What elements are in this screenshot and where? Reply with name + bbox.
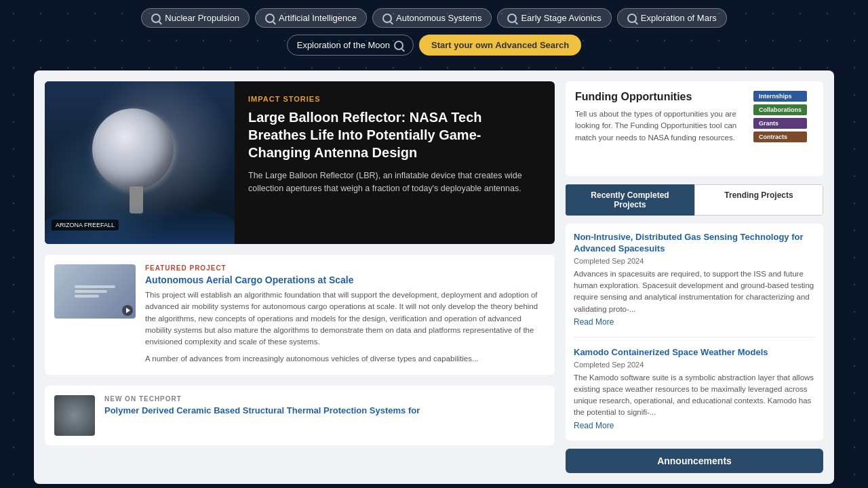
contracts-sign: Contracts xyxy=(753,131,807,142)
search-icon xyxy=(507,14,517,23)
search-icon xyxy=(151,14,161,23)
project-item-title-0[interactable]: Non-Intrusive, Distributed Gas Sensing T… xyxy=(574,232,815,255)
logo-badge: ARIZONA FREEFALL xyxy=(52,220,119,230)
search-icon xyxy=(627,14,637,23)
tab-trending-projects[interactable]: Trending Projects xyxy=(694,184,823,216)
search-icon xyxy=(265,14,275,23)
project-item-date-0: Completed Sep 2024 xyxy=(574,257,815,265)
nav-row-2: Exploration of the Moon Start your own A… xyxy=(287,35,582,56)
funding-text-area: Funding Opportunities Tell us about the … xyxy=(575,91,739,144)
doc-illustration xyxy=(75,283,115,300)
hero-title: Large Balloon Reflector: NASA Tech Breat… xyxy=(248,108,541,161)
featured-project-card: FEATURED PROJECT Autonomous Aerial Cargo… xyxy=(45,255,555,375)
search-icon xyxy=(382,14,392,23)
project-item-1: Kamodo Containerized Space Weather Model… xyxy=(574,347,815,441)
balloon-illustration xyxy=(92,108,174,190)
funding-signs-illustration: Internships Collaborations Grants Contra… xyxy=(746,91,814,145)
nav-artificial-intelligence[interactable]: Artificial Intelligence xyxy=(255,8,367,28)
featured-project-description: This project will establish an algorithm… xyxy=(145,289,545,348)
new-tag: NEW ON TECHPORT xyxy=(104,395,545,403)
project-list: Non-Intrusive, Distributed Gas Sensing T… xyxy=(566,224,823,441)
project-tabs: Recently Completed Projects Trending Pro… xyxy=(566,184,823,216)
featured-project-content: FEATURED PROJECT Autonomous Aerial Cargo… xyxy=(145,264,545,365)
funding-description: Tell us about the types of opportunities… xyxy=(575,108,739,144)
new-project-title[interactable]: Polymer Derived Ceramic Based Structural… xyxy=(104,405,545,415)
hero-description: The Large Balloon Reflector (LBR), an in… xyxy=(248,169,541,195)
doc-line-1 xyxy=(75,285,115,288)
left-column: ARIZONA FREEFALL IMPACT STORIES Large Ba… xyxy=(45,81,555,473)
search-icon xyxy=(394,41,403,50)
main-content: ARIZONA FREEFALL IMPACT STORIES Large Ba… xyxy=(34,70,834,484)
internships-sign: Internships xyxy=(753,91,807,102)
project-item-0: Non-Intrusive, Distributed Gas Sensing T… xyxy=(574,232,815,338)
grants-sign: Grants xyxy=(753,118,807,129)
play-button[interactable] xyxy=(122,305,133,316)
hero-card: ARIZONA FREEFALL IMPACT STORIES Large Ba… xyxy=(45,81,555,244)
nav-early-stage-avionics[interactable]: Early Stage Avionics xyxy=(497,8,611,28)
featured-project-title[interactable]: Autonomous Aerial Cargo Operations at Sc… xyxy=(145,274,545,285)
new-project-image xyxy=(54,395,95,436)
advanced-search-button[interactable]: Start your own Advanced Search xyxy=(419,35,581,56)
featured-tag: FEATURED PROJECT xyxy=(145,264,545,272)
collaborations-sign: Collaborations xyxy=(753,104,807,115)
nav-row-1: Nuclear Propulsion Artificial Intelligen… xyxy=(141,8,726,28)
read-more-0[interactable]: Read More xyxy=(574,317,614,327)
hero-tag: IMPACT STORIES xyxy=(248,95,541,103)
project-item-desc-0: Advances in spacesuits are required, to … xyxy=(574,268,815,315)
new-on-techport-card: NEW ON TECHPORT Polymer Derived Ceramic … xyxy=(45,386,555,445)
new-project-content: NEW ON TECHPORT Polymer Derived Ceramic … xyxy=(104,395,545,415)
play-triangle-icon xyxy=(126,308,130,313)
hero-image: ARIZONA FREEFALL xyxy=(45,81,235,244)
hero-text-area: IMPACT STORIES Large Balloon Reflector: … xyxy=(235,81,555,244)
featured-project-image xyxy=(54,264,136,319)
funding-opportunities-card: Funding Opportunities Tell us about the … xyxy=(566,81,823,176)
project-item-desc-1: The Kamodo software suite is a symbolic … xyxy=(574,372,815,419)
nav-autonomous-systems[interactable]: Autonomous Systems xyxy=(372,8,492,28)
tab-recently-completed[interactable]: Recently Completed Projects xyxy=(566,184,694,216)
top-navigation: Nuclear Propulsion Artificial Intelligen… xyxy=(0,0,868,64)
doc-line-3 xyxy=(75,295,99,298)
doc-line-2 xyxy=(75,290,107,293)
funding-title: Funding Opportunities xyxy=(575,91,739,103)
project-item-title-1[interactable]: Kamodo Containerized Space Weather Model… xyxy=(574,347,815,359)
right-column: Funding Opportunities Tell us about the … xyxy=(566,81,823,473)
featured-project-description-more: A number of advances from increasingly a… xyxy=(145,353,545,365)
nav-exploration-of-mars[interactable]: Exploration of Mars xyxy=(617,8,727,28)
nav-exploration-of-moon[interactable]: Exploration of the Moon xyxy=(287,35,414,56)
sign-post: Internships Collaborations Grants Contra… xyxy=(753,91,807,142)
read-more-1[interactable]: Read More xyxy=(574,421,614,430)
nav-nuclear-propulsion[interactable]: Nuclear Propulsion xyxy=(141,8,250,28)
project-item-date-1: Completed Sep 2024 xyxy=(574,361,815,369)
announcements-button[interactable]: Announcements xyxy=(566,449,823,473)
